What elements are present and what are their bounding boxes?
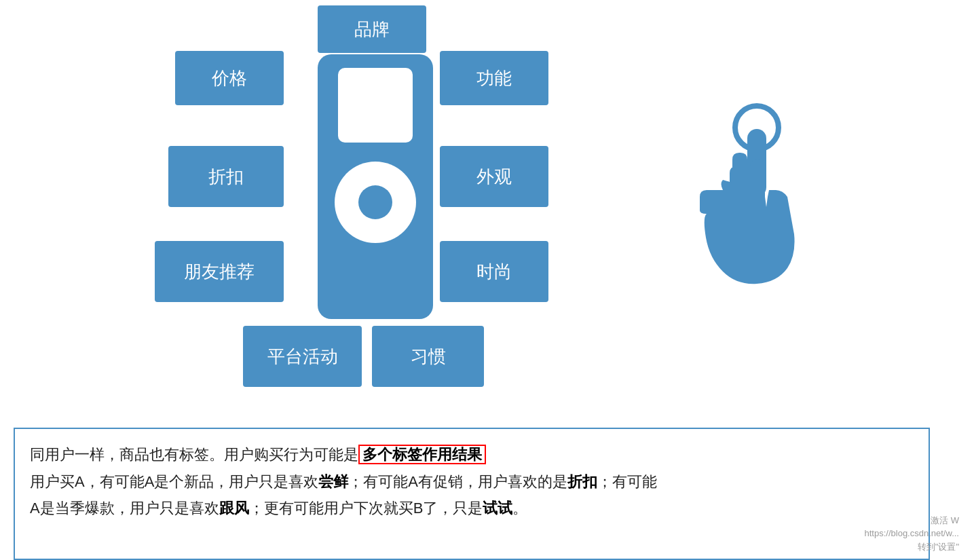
device-wheel (335, 162, 416, 243)
watermark: 激活 W https://blog.csdn.net/w... 转到"设置" (865, 514, 959, 554)
tag-appearance: 外观 (440, 146, 548, 207)
text-line3-mid: ；更有可能用户下次就买B了，只是 (249, 500, 483, 517)
watermark-line1: 激活 W (865, 514, 959, 527)
text-line3-end: 。 (512, 500, 527, 517)
text-line-2: 用户买A，有可能A是个新品，用户只是喜欢尝鲜；有可能A有促销，用户喜欢的是折扣；… (30, 468, 914, 496)
main-container: 品牌 价格 功能 折扣 外观 朋友推荐 时尚 平台活动 (0, 0, 974, 560)
tag-fashion: 时尚 (440, 241, 548, 302)
watermark-line3: 转到"设置" (865, 540, 959, 554)
tag-brand: 品牌 (318, 5, 426, 53)
device-center-button (358, 185, 392, 219)
text-highlight-red: 多个标签作用结果 (358, 445, 486, 464)
text-line-3: A是当季爆款，用户只是喜欢跟风；更有可能用户下次就买B了，只是试试。 (30, 495, 914, 522)
text-line2-end: ；有可能 (597, 473, 657, 490)
tag-discount: 折扣 (168, 146, 284, 207)
device-screen (338, 68, 413, 143)
text-line2-pre: 用户买A，有可能A是个新品，用户只是喜欢 (30, 473, 318, 490)
tag-price: 价格 (175, 51, 284, 105)
tag-function: 功能 (440, 51, 548, 105)
watermark-line2: https://blog.csdn.net/w... (865, 527, 959, 540)
diagram-area: 品牌 价格 功能 折扣 外观 朋友推荐 时尚 平台活动 (0, 0, 974, 424)
device-illustration (318, 54, 433, 319)
text-bold-discount: 折扣 (567, 473, 597, 490)
text-line-1: 同用户一样，商品也有标签。用户购买行为可能是多个标签作用结果 (30, 441, 914, 468)
tag-activity: 平台活动 (243, 326, 362, 387)
text-line2-mid: ；有可能A有促销，用户喜欢的是 (348, 473, 567, 490)
text-explanation-box: 同用户一样，商品也有标签。用户购买行为可能是多个标签作用结果 用户买A，有可能A… (14, 428, 930, 560)
text-bold-trend: 跟风 (219, 500, 249, 517)
text-bold-try: 试试 (483, 500, 512, 517)
tag-recommend: 朋友推荐 (155, 241, 284, 302)
hand-touch-icon (682, 102, 818, 292)
tag-habit: 习惯 (372, 326, 484, 387)
text-line1-pre: 同用户一样，商品也有标签。用户购买行为可能是 (30, 446, 358, 463)
text-line3-pre: A是当季爆款，用户只是喜欢 (30, 500, 219, 517)
text-bold-tastefresh: 尝鲜 (318, 473, 348, 490)
